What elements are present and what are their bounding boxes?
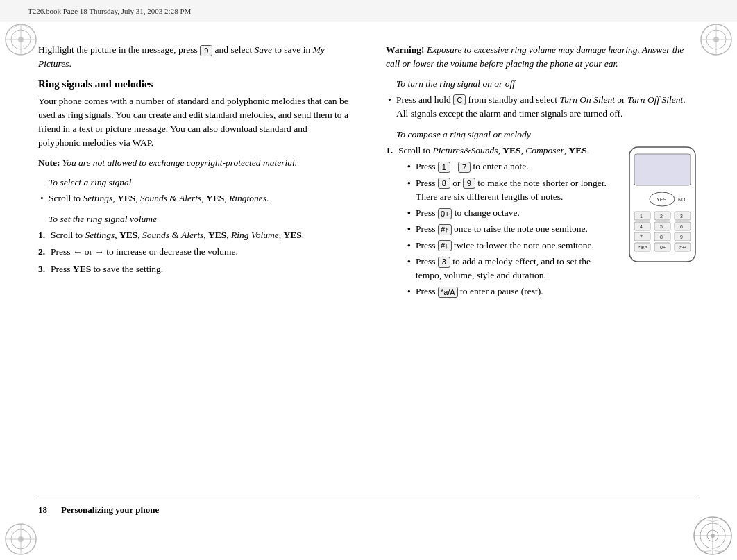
note-text: You are not allowed to exchange copyrigh… xyxy=(62,158,297,168)
turn-on-off-heading: To turn the ring signal on or off xyxy=(386,78,699,90)
set-volume-step-3: Press YES to save the setting. xyxy=(38,262,351,276)
intro-paragraph: Highlight the picture in the message, pr… xyxy=(38,43,351,71)
set-volume-list: Scroll to Settings, YES, Sounds & Alerts… xyxy=(38,228,351,276)
ornament-bottom-right xyxy=(699,522,734,557)
warning-label: Warning! xyxy=(386,44,425,55)
compose-bullet-1: Press 1 - 7 to enter a note. xyxy=(405,160,699,173)
key-hash-down: #↓ xyxy=(438,240,452,251)
key-1: 1 xyxy=(438,162,450,173)
compose-bullet-2: Press 8 or 9 to make the note shorter or… xyxy=(405,176,699,205)
note-label: Note: xyxy=(38,158,60,168)
ring-signals-heading: Ring signals and melodies xyxy=(38,78,351,90)
compose-bullet-6: Press 3 to add a melody effect, and to s… xyxy=(405,255,699,283)
ornament-top-left xyxy=(3,22,38,57)
header-text: T226.book Page 18 Thursday, July 31, 200… xyxy=(28,7,191,15)
set-volume-heading: To set the ring signal volume xyxy=(38,214,351,225)
compose-sub-list: Press 1 - 7 to enter a note. Press 8 or … xyxy=(398,160,699,298)
compose-bullet-3: Press 0+ to change octave. xyxy=(405,206,699,220)
select-ring-heading: To select a ring signal xyxy=(38,177,351,188)
key-c: C xyxy=(453,94,466,105)
key-9: 9 xyxy=(200,45,212,56)
set-volume-step-1: Scroll to Settings, YES, Sounds & Alerts… xyxy=(38,228,351,242)
key-0plus: 0+ xyxy=(438,208,452,219)
turn-on-off-list: Press and hold C from standby and select… xyxy=(386,93,699,121)
compose-list: Scroll to Pictures&Sounds, YES, Composer… xyxy=(386,144,699,299)
warning-text: Exposure to excessive ring volume may da… xyxy=(386,44,684,69)
key-star: *a/A xyxy=(438,287,458,298)
header-bar: T226.book Page 18 Thursday, July 31, 200… xyxy=(0,0,737,22)
key-9: 9 xyxy=(463,178,475,189)
key-7: 7 xyxy=(458,162,471,173)
turn-on-off-item: Press and hold C from standby and select… xyxy=(386,93,699,121)
warning-paragraph: Warning! Exposure to excessive ring volu… xyxy=(386,43,699,71)
key-3: 3 xyxy=(438,257,450,268)
right-column: Warning! Exposure to excessive ring volu… xyxy=(379,43,699,494)
ornament-top-right xyxy=(699,22,734,57)
compose-step-1: Scroll to Pictures&Sounds, YES, Composer… xyxy=(386,144,699,299)
compose-bullet-5: Press #↓ twice to lower the note one sem… xyxy=(405,239,699,253)
set-volume-step-2: Press ← or → to increase or decrease the… xyxy=(38,245,351,259)
compose-heading: To compose a ring signal or melody xyxy=(386,129,699,140)
select-ring-list: Scroll to Settings, YES, Sounds & Alerts… xyxy=(38,192,351,205)
ornament-bottom-left xyxy=(3,522,38,557)
content-area: Highlight the picture in the message, pr… xyxy=(38,22,699,522)
key-8: 8 xyxy=(438,178,450,189)
footer-title: Personalizing your phone xyxy=(61,504,159,516)
ring-signals-body: Your phone comes with a number of standa… xyxy=(38,94,351,151)
compose-bullet-4: Press #↑ once to raise the note one semi… xyxy=(405,222,699,236)
note-paragraph: Note: You are not allowed to exchange co… xyxy=(38,156,351,170)
key-hash-up: #↑ xyxy=(438,224,452,235)
footer: 18 Personalizing your phone xyxy=(38,498,699,522)
columns: Highlight the picture in the message, pr… xyxy=(38,22,699,494)
select-ring-item: Scroll to Settings, YES, Sounds & Alerts… xyxy=(38,192,351,205)
compose-bullet-7: Press *a/A to enter a pause (rest). xyxy=(405,285,699,298)
footer-page-number: 18 xyxy=(38,504,47,516)
left-column: Highlight the picture in the message, pr… xyxy=(38,43,358,494)
